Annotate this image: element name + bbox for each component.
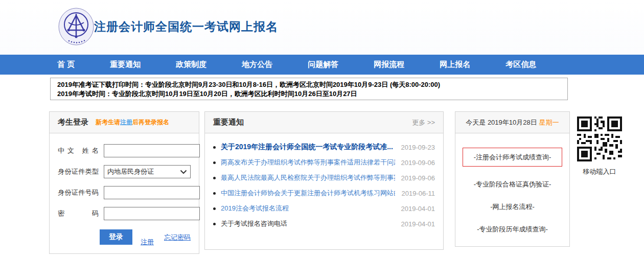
candidate-login-panel: 考生登录 新考生请注册后再登录报名 中文 姓名 身份证件类型 内地居民身份证 身…: [49, 111, 199, 254]
nav-item-local-announcements[interactable]: 地方公告: [242, 60, 272, 69]
id-type-select[interactable]: 内地居民身份证: [104, 165, 191, 178]
notice-date: 2019-04-01: [401, 205, 435, 213]
list-item: 中国注册会计师协会关于更新注册会计师考试机考练习网站的公... 2019-06-…: [213, 185, 435, 201]
bullet-icon: [213, 177, 216, 179]
important-notices-panel: 重要通知 更多 >> 关于2019年注册会计师全国统一考试专业阶段考试准... …: [204, 111, 444, 250]
chinese-name-input[interactable]: [104, 144, 200, 157]
mobile-entry-label: 移动端入口: [577, 167, 623, 176]
today-panel: 今天是 2019年10月28日 星期一 -注册会计师考试成绩查询- -专业阶段合…: [455, 111, 570, 247]
schedule-line-2: 2019年考试时间：专业阶段北京时间10月19日至10月20日，欧洲考区比利时时…: [57, 89, 561, 99]
nav-item-exam-area-info[interactable]: 考区信息: [505, 60, 536, 69]
login-actions-row: 登录 注册 忘记密码: [100, 229, 191, 247]
list-item: 关于考试报名咨询电话 2019-04-01: [213, 216, 435, 231]
bullet-icon: [213, 207, 216, 210]
password-row: 密 码: [58, 207, 191, 220]
bullet-icon: [213, 146, 216, 149]
notice-date: 2019-09-06: [401, 159, 435, 167]
nav-item-faq[interactable]: 问题解答: [308, 60, 338, 69]
notice-link[interactable]: 最高人民法院最高人民检察院关于办理组织考试作弊等刑事案件...: [221, 173, 395, 182]
list-item: 两高发布关于办理组织考试作弊等刑事案件适用法律若干问题的... 2019-09-…: [213, 155, 435, 170]
notice-date: 2019-09-06: [401, 174, 435, 182]
id-number-label: 身份证件号码: [58, 188, 99, 197]
nav-item-policies[interactable]: 政策制度: [176, 60, 206, 69]
chevron-down-icon: [180, 170, 187, 174]
hint-prefix: 新考生请: [96, 119, 120, 126]
list-item: 最高人民法院最高人民检察院关于办理组织考试作弊等刑事案件... 2019-09-…: [213, 170, 435, 185]
bullet-icon: [213, 223, 216, 225]
id-type-row: 身份证件类型 内地居民身份证: [58, 165, 191, 178]
bullet-icon: [213, 161, 216, 164]
registration-process-link[interactable]: -网上报名流程-: [490, 202, 535, 212]
score-query-highlight-box: -注册会计师考试成绩查询-: [463, 148, 562, 167]
certificate-verification-link[interactable]: -专业阶段合格证真伪验证-: [474, 180, 551, 189]
qr-code-icon: [577, 116, 622, 161]
password-label: 密 码: [58, 209, 99, 218]
quick-links: -注册会计师考试成绩查询- -专业阶段合格证真伪验证- -网上报名流程- -专业…: [455, 133, 569, 234]
password-input[interactable]: [104, 207, 200, 220]
login-title: 考生登录: [58, 118, 88, 127]
today-weekday: 星期一: [539, 118, 559, 127]
notice-link[interactable]: 关于考试报名咨询电话: [221, 219, 395, 228]
register-hint-link[interactable]: 注册: [120, 119, 132, 126]
name-label: 中文 姓名: [58, 146, 99, 155]
notice-date: 2019-04-01: [401, 220, 435, 228]
today-header: 今天是 2019年10月28日 星期一: [455, 112, 569, 133]
notice-link[interactable]: 两高发布关于办理组织考试作弊等刑事案件适用法律若干问题的...: [221, 158, 395, 167]
exam-schedule-banner: 2019年准考证下载打印时间：专业阶段北京时间9月23-30日和10月8-16日…: [50, 78, 568, 100]
mobile-entry: 移动端入口: [577, 116, 623, 176]
notice-link[interactable]: 关于2019年注册会计师全国统一考试专业阶段考试准...: [221, 143, 395, 152]
login-panel-header: 考生登录 新考生请注册后再登录报名: [50, 112, 199, 133]
nav-item-online-registration[interactable]: 网上报名: [440, 60, 470, 69]
id-type-selected-value: 内地居民身份证: [107, 167, 154, 176]
notices-title: 重要通知: [213, 118, 244, 127]
hint-suffix: 后再登录报名: [132, 119, 169, 126]
historical-score-query-link[interactable]: -专业阶段历年成绩查询-: [477, 225, 548, 234]
forgot-password-link[interactable]: 忘记密码: [164, 233, 191, 242]
name-row: 中文 姓名: [58, 144, 191, 157]
score-query-link[interactable]: -注册会计师考试成绩查询-: [474, 153, 551, 161]
site-header: 注册会计师全国统一考试网上报名: [0, 0, 644, 55]
id-number-row: 身份证件号码: [58, 186, 191, 199]
notice-date: 2019-09-23: [401, 144, 435, 151]
more-link[interactable]: 更多 >>: [412, 118, 435, 127]
register-link[interactable]: 注册: [141, 238, 154, 247]
cicpa-logo-icon: [58, 7, 95, 46]
nav-item-home[interactable]: 首 页: [57, 60, 75, 69]
new-candidate-hint: 新考生请注册后再登录报名: [96, 118, 169, 127]
nav-item-registration-process[interactable]: 网报流程: [374, 60, 404, 69]
notice-link[interactable]: 2019注会考试报名流程: [221, 204, 395, 213]
login-button[interactable]: 登录: [100, 229, 132, 245]
list-item: 2019注会考试报名流程 2019-04-01: [213, 201, 435, 216]
main-nav: 首 页 重要通知 政策制度 地方公告 问题解答 网报流程 网上报名 考区信息: [0, 55, 644, 75]
notice-date: 2019-06-11: [401, 190, 435, 197]
bullet-icon: [213, 192, 216, 195]
nav-item-important-notices[interactable]: 重要通知: [110, 60, 141, 69]
id-type-label: 身份证件类型: [58, 167, 99, 176]
id-number-input[interactable]: [104, 186, 200, 199]
notices-panel-header: 重要通知 更多 >>: [205, 112, 443, 133]
notice-list: 关于2019年注册会计师全国统一考试专业阶段考试准... 2019-09-23 …: [205, 133, 443, 231]
schedule-line-1: 2019年准考证下载打印时间：专业阶段北京时间9月23-30日和10月8-16日…: [57, 80, 561, 89]
notice-link[interactable]: 中国注册会计师协会关于更新注册会计师考试机考练习网站的公...: [221, 189, 395, 198]
list-item: 关于2019年注册会计师全国统一考试专业阶段考试准... 2019-09-23: [213, 139, 435, 155]
today-date: 今天是 2019年10月28日: [466, 118, 537, 127]
page-title: 注册会计师全国统一考试网上报名: [94, 19, 278, 35]
